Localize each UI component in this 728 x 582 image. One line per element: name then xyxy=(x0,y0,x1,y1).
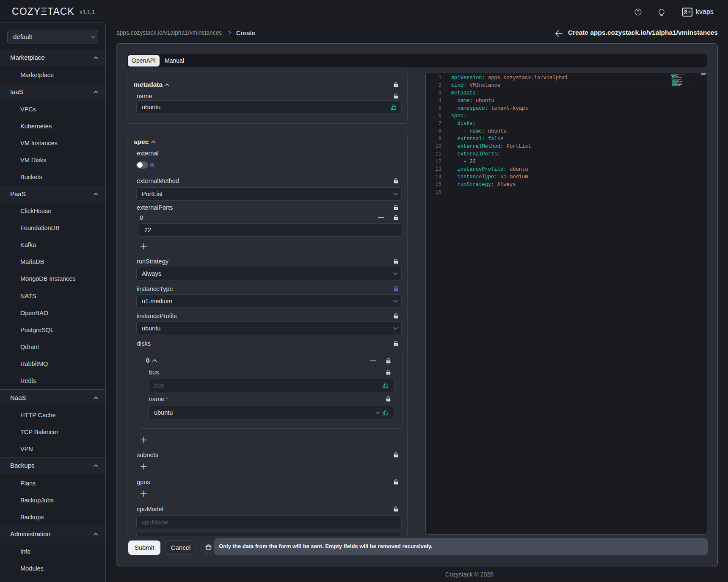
svg-text:?: ? xyxy=(637,9,640,14)
